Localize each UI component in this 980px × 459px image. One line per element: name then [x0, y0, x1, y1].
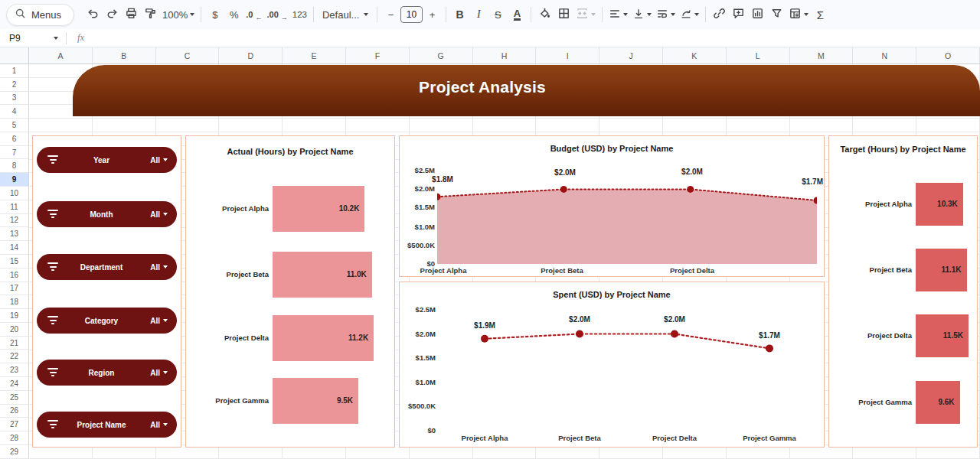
row-header-9[interactable]: 9: [0, 173, 29, 187]
data-point-project-alpha[interactable]: [434, 194, 441, 200]
column-header-L[interactable]: L: [727, 47, 790, 63]
column-header-J[interactable]: J: [599, 47, 663, 63]
column-header-K[interactable]: K: [663, 47, 727, 63]
row-header-3[interactable]: 3: [0, 92, 29, 106]
filter-value-dropdown[interactable]: All: [150, 412, 168, 438]
insert-comment-button[interactable]: [729, 5, 748, 24]
filter-pill-region[interactable]: RegionAll: [37, 360, 177, 386]
chart-target-hours[interactable]: Target (Hours) by Project Name Project A…: [828, 135, 978, 448]
filter-pill-year[interactable]: YearAll: [37, 147, 177, 173]
column-header-E[interactable]: E: [283, 47, 346, 63]
increase-font-size-button[interactable]: +: [423, 5, 442, 24]
chart-budget-usd[interactable]: Budget (USD) by Project Name $2.5M$2.0M$…: [399, 135, 825, 277]
fill-color-button[interactable]: [535, 5, 554, 24]
column-header-H[interactable]: H: [473, 47, 537, 63]
decrease-font-size-button[interactable]: −: [381, 5, 400, 24]
name-box[interactable]: P9: [0, 33, 66, 44]
column-header-D[interactable]: D: [219, 47, 283, 63]
filter-pill-project-name[interactable]: Project NameAll: [37, 412, 177, 438]
row-header-16[interactable]: 16: [0, 269, 29, 282]
column-header-M[interactable]: M: [790, 47, 854, 63]
filter-panel[interactable]: YearAllMonthAllDepartmentAllCategoryAllR…: [32, 135, 181, 448]
row-header-15[interactable]: 15: [0, 255, 29, 269]
select-all-corner[interactable]: [0, 47, 29, 64]
dashboard-banner[interactable]: Project Analysis: [73, 65, 980, 116]
more-formats-button[interactable]: 123: [290, 5, 309, 24]
insert-chart-button[interactable]: [748, 5, 767, 24]
row-header-21[interactable]: 21: [0, 337, 29, 350]
data-point-project-delta[interactable]: [687, 186, 694, 193]
data-point-project-gamma[interactable]: [814, 197, 821, 204]
row-header-13[interactable]: 13: [0, 227, 29, 241]
row-header-7[interactable]: 7: [0, 146, 29, 160]
undo-button[interactable]: [83, 5, 103, 24]
filter-pill-month[interactable]: MonthAll: [37, 201, 177, 227]
row-header-20[interactable]: 20: [0, 323, 29, 337]
row-header-1[interactable]: 1: [0, 64, 29, 78]
horizontal-align-button[interactable]: [606, 5, 630, 24]
filter-pill-department[interactable]: DepartmentAll: [37, 254, 177, 280]
italic-button[interactable]: I: [469, 5, 488, 24]
row-header-5[interactable]: 5: [0, 119, 29, 132]
font-family-select[interactable]: Defaul...: [318, 5, 373, 24]
increase-decimal-button[interactable]: .00→: [264, 5, 289, 24]
column-header-N[interactable]: N: [853, 47, 916, 63]
row-header-19[interactable]: 19: [0, 309, 29, 323]
row-header-10[interactable]: 10: [0, 187, 29, 200]
row-header-18[interactable]: 18: [0, 295, 29, 309]
filter-value-dropdown[interactable]: All: [150, 254, 168, 280]
row-header-8[interactable]: 8: [0, 159, 29, 173]
row-header-23[interactable]: 23: [0, 363, 29, 377]
row-header-26[interactable]: 26: [0, 405, 29, 418]
menus-search[interactable]: Menus: [6, 4, 74, 26]
text-wrap-button[interactable]: [654, 5, 678, 24]
grid-cells[interactable]: Project Analysis YearAllMonthAllDepartme…: [29, 64, 980, 459]
data-point-project-delta[interactable]: [671, 330, 678, 338]
row-header-12[interactable]: 12: [0, 214, 29, 228]
text-color-button[interactable]: A: [508, 5, 527, 24]
bold-button[interactable]: B: [450, 5, 469, 24]
filter-value-dropdown[interactable]: All: [150, 308, 168, 334]
row-header-22[interactable]: 22: [0, 350, 29, 363]
row-header-27[interactable]: 27: [0, 418, 29, 431]
column-header-C[interactable]: C: [156, 47, 220, 63]
row-header-17[interactable]: 17: [0, 282, 29, 296]
chart-spent-usd[interactable]: Spent (USD) by Project Name $2.5M$2.0M$1…: [399, 282, 825, 448]
format-percent-button[interactable]: %: [224, 5, 243, 24]
row-header-14[interactable]: 14: [0, 241, 29, 255]
column-header-F[interactable]: F: [346, 47, 410, 63]
row-header-25[interactable]: 25: [0, 391, 29, 405]
filter-value-dropdown[interactable]: All: [150, 360, 168, 386]
row-header-4[interactable]: 4: [0, 105, 29, 119]
column-header-I[interactable]: I: [536, 47, 599, 63]
redo-button[interactable]: [103, 5, 122, 24]
paint-format-button[interactable]: [141, 5, 160, 24]
text-rotation-button[interactable]: [678, 5, 701, 24]
insert-link-button[interactable]: [710, 5, 729, 24]
data-point-project-gamma[interactable]: [766, 344, 773, 352]
row-header-28[interactable]: 28: [0, 431, 29, 445]
column-header-G[interactable]: G: [410, 47, 473, 63]
data-point-project-beta[interactable]: [560, 186, 567, 193]
decrease-decimal-button[interactable]: .0←: [243, 5, 264, 24]
table-tools-button[interactable]: [786, 5, 811, 24]
strikethrough-button[interactable]: S: [488, 5, 508, 24]
vertical-align-button[interactable]: [630, 5, 654, 24]
format-currency-button[interactable]: $: [205, 5, 224, 24]
data-point-project-alpha[interactable]: [481, 335, 488, 343]
create-filter-button[interactable]: [767, 5, 786, 24]
filter-value-dropdown[interactable]: All: [150, 201, 168, 227]
functions-button[interactable]: Σ: [811, 5, 830, 24]
row-header-29[interactable]: 29: [0, 445, 29, 459]
filter-pill-category[interactable]: CategoryAll: [37, 308, 177, 334]
column-header-O[interactable]: O: [916, 47, 980, 63]
zoom-control[interactable]: 100%: [160, 5, 197, 24]
print-button[interactable]: [122, 5, 141, 24]
filter-value-dropdown[interactable]: All: [150, 147, 168, 173]
column-header-A[interactable]: A: [29, 47, 93, 63]
font-size-input[interactable]: 10: [400, 6, 423, 23]
row-header-24[interactable]: 24: [0, 377, 29, 391]
data-point-project-beta[interactable]: [576, 330, 583, 338]
chart-actual-hours[interactable]: Actual (Hours) by Project Name Project A…: [185, 135, 395, 448]
column-header-B[interactable]: B: [93, 47, 156, 63]
